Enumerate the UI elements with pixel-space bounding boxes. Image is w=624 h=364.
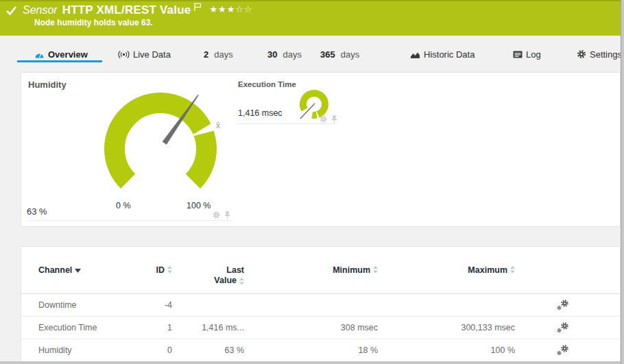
execution-time-tile-settings-gear-icon[interactable]: [319, 114, 328, 123]
tab-settings-label: Settings: [590, 49, 622, 60]
column-header-minimum-label: Minimum: [333, 265, 370, 275]
sensor-kind-label: Sensor: [23, 4, 58, 16]
humidity-scale-max: 100 %: [187, 201, 211, 210]
channel-name: Humidity: [21, 345, 138, 355]
column-header-maximum[interactable]: Maximum: [378, 265, 515, 275]
tab-historic-data[interactable]: Historic Data: [410, 48, 475, 60]
humidity-tile-settings-gear-icon[interactable]: [212, 210, 221, 219]
tab-settings[interactable]: Settings: [577, 48, 622, 60]
humidity-tile-pin-icon[interactable]: [224, 211, 231, 219]
table-header-row: Channel ID Last Value Minimum: [21, 247, 620, 294]
channels-table: Channel ID Last Value Minimum: [21, 247, 620, 361]
humidity-current-value: 63 %: [27, 206, 47, 217]
humidity-gauge: [92, 84, 229, 215]
channel-name: Downtime: [21, 300, 138, 310]
status-ok-check-icon: [5, 5, 17, 16]
overview-gauges-panel: Humidity x̄ 0 % 100 % 63 % Execution Tim…: [21, 72, 621, 227]
sensor-title: HTTP XML/REST Value: [62, 3, 191, 17]
tab-365-days[interactable]: 365 days: [320, 48, 359, 60]
priority-flag-icon[interactable]: [193, 3, 202, 12]
log-list-icon: [513, 50, 523, 59]
tab-log-label: Log: [526, 49, 541, 60]
table-row[interactable]: Downtime -4: [21, 294, 620, 317]
channel-id: -4: [138, 300, 172, 310]
tab-historic-data-label: Historic Data: [424, 49, 475, 60]
sort-toggle-icon: [239, 278, 244, 285]
window-scrollbar-track[interactable]: [621, 0, 624, 364]
execution-time-current-value: 1,416 msec: [238, 108, 283, 118]
channel-minimum: 308 msec: [244, 323, 378, 332]
humidity-gauge-title: Humidity: [28, 80, 67, 90]
sort-descending-caret-icon: [75, 269, 81, 273]
tab-2-days-label: days: [214, 49, 232, 60]
tab-365-days-number: 365: [320, 49, 335, 60]
channel-name: Execution Time: [21, 323, 138, 332]
execution-time-gauge-title: Execution Time: [238, 80, 296, 88]
channel-settings-gears-icon[interactable]: [556, 299, 570, 311]
channel-maximum: 300,133 msec: [378, 323, 515, 332]
table-row[interactable]: Execution Time 1 1,416 ms... 308 msec 30…: [21, 317, 620, 339]
header-top-line: [0, 0, 621, 1]
column-header-minimum[interactable]: Minimum: [244, 265, 378, 275]
table-row[interactable]: Humidity 0 63 % 18 % 100 %: [21, 339, 620, 362]
broadcast-icon: [118, 50, 130, 59]
execution-time-tile-pin-icon[interactable]: [331, 115, 338, 123]
channels-table-panel: Channel ID Last Value Minimum: [21, 246, 621, 362]
tab-live-data[interactable]: Live Data: [118, 48, 171, 60]
gauge-icon: [34, 50, 45, 59]
channel-last-value: 1,416 ms...: [172, 323, 244, 332]
sort-toggle-icon: [510, 266, 515, 274]
tab-overview[interactable]: Overview: [34, 48, 88, 60]
tab-30-days-label: days: [283, 49, 301, 60]
tab-365-days-label: days: [341, 49, 359, 60]
humidity-scale-min: 0 %: [116, 201, 131, 210]
tab-30-days[interactable]: 30 days: [267, 48, 302, 60]
stars-empty: ☆☆: [235, 4, 252, 14]
channel-minimum: 18 %: [244, 345, 378, 355]
tab-30-days-number: 30: [267, 49, 277, 60]
channel-id: 1: [138, 323, 172, 332]
tab-live-data-label: Live Data: [133, 49, 171, 60]
column-header-id-label: ID: [156, 265, 165, 275]
area-chart-icon: [410, 50, 420, 59]
column-header-last-label: Last: [226, 265, 244, 275]
active-tab-underline: [17, 60, 102, 62]
column-header-last-value[interactable]: Last Value: [172, 265, 244, 286]
humidity-tile-divider: [28, 220, 232, 221]
tab-2-days-number: 2: [204, 49, 208, 60]
gear-icon: [577, 49, 586, 59]
sensor-header: Sensor HTTP XML/REST Value ★★★☆☆ Node hu…: [0, 0, 621, 36]
channel-last-value: 63 %: [172, 345, 244, 355]
execution-time-tile-divider: [237, 123, 337, 124]
channel-maximum: 100 %: [378, 345, 515, 355]
stars-filled: ★★★: [209, 4, 235, 14]
humidity-average-marker: x̄: [216, 121, 220, 130]
tab-2-days[interactable]: 2 days: [204, 48, 233, 60]
channel-id: 0: [138, 345, 172, 355]
column-header-channel[interactable]: Channel: [38, 265, 81, 275]
sort-toggle-icon: [167, 266, 172, 274]
tab-log[interactable]: Log: [513, 48, 541, 60]
column-header-maximum-label: Maximum: [468, 265, 507, 275]
sensor-status-message: Node humidity holds value 63.: [34, 18, 153, 27]
sort-toggle-icon: [373, 266, 378, 274]
priority-stars[interactable]: ★★★☆☆: [209, 4, 252, 14]
tab-overview-label: Overview: [48, 49, 88, 60]
column-header-value-label: Value: [214, 276, 237, 286]
channel-settings-gears-icon[interactable]: [556, 321, 570, 334]
window-bottom-border: [0, 361, 621, 364]
tab-bar: Overview Live Data 2 days 30 days 365 da…: [0, 48, 621, 63]
column-header-id[interactable]: ID: [138, 265, 172, 275]
column-header-channel-label: Channel: [38, 265, 72, 275]
channel-settings-gears-icon[interactable]: [556, 344, 570, 356]
